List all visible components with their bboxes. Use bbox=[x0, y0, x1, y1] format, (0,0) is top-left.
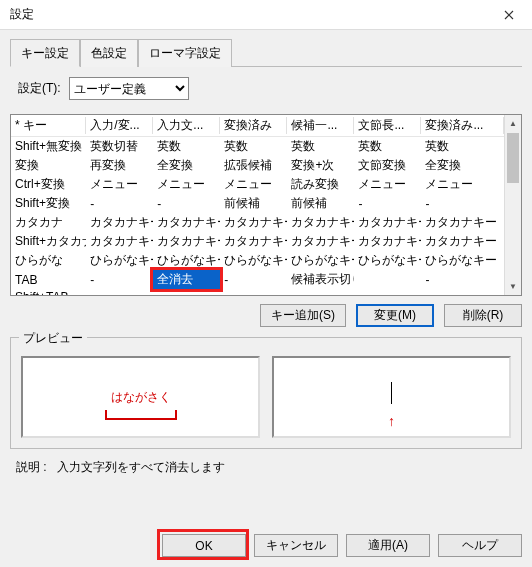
table-cell[interactable]: ひらがなキー bbox=[86, 251, 153, 270]
table-row[interactable]: Ctrl+変換メニューメニューメニュー読み変換メニューメニュー bbox=[11, 175, 504, 194]
dialog-content: キー設定 色設定 ローマ字設定 設定(T): ユーザー定義 * キー 入力/変.… bbox=[0, 30, 532, 567]
table-cell[interactable]: 英数 bbox=[153, 137, 220, 157]
table-cell[interactable]: 変換 bbox=[11, 156, 86, 175]
table-cell[interactable]: カタカナキー bbox=[220, 213, 287, 232]
col-converted2[interactable]: 変換済み... bbox=[421, 115, 504, 137]
table-cell[interactable]: カタカナキー bbox=[153, 232, 220, 251]
settings-select[interactable]: ユーザー定義 bbox=[69, 77, 189, 100]
table-cell[interactable]: 拡張候補 bbox=[220, 156, 287, 175]
table-cell[interactable]: カタカナキー bbox=[86, 213, 153, 232]
table-cell[interactable]: ひらがな bbox=[11, 251, 86, 270]
table-cell[interactable]: メニュー bbox=[354, 175, 421, 194]
key-table: * キー 入力/変... 入力文... 変換済み 候補一... 文節長... 変… bbox=[10, 114, 522, 296]
table-cell[interactable]: カタカナキー bbox=[421, 213, 504, 232]
table-cell[interactable]: 読み変換 bbox=[287, 175, 354, 194]
col-input-conv[interactable]: 入力/変... bbox=[86, 115, 153, 137]
ok-button[interactable]: OK bbox=[162, 534, 246, 557]
col-converted[interactable]: 変換済み bbox=[220, 115, 287, 137]
scroll-thumb[interactable] bbox=[507, 133, 519, 183]
help-button[interactable]: ヘルプ bbox=[438, 534, 522, 557]
table-cell[interactable]: TAB bbox=[11, 270, 86, 289]
table-cell[interactable]: Shift+変換 bbox=[11, 194, 86, 213]
table-cell[interactable]: 変換+次 bbox=[287, 156, 354, 175]
table-cell[interactable]: Ctrl+変換 bbox=[11, 175, 86, 194]
table-cell[interactable]: - bbox=[220, 289, 287, 295]
table-cell[interactable]: - bbox=[86, 289, 153, 295]
table-row[interactable]: Shift+無変換英数切替英数英数英数英数英数 bbox=[11, 137, 504, 157]
table-cell[interactable]: ひらがなキー bbox=[354, 251, 421, 270]
table-cell[interactable]: - bbox=[421, 270, 504, 289]
table-cell[interactable]: - bbox=[287, 289, 354, 295]
table-cell[interactable]: - bbox=[421, 289, 504, 295]
tab-key-settings[interactable]: キー設定 bbox=[10, 39, 80, 67]
table-cell[interactable]: 英数 bbox=[287, 137, 354, 157]
table-row[interactable]: ひらがなひらがなキーひらがなキーひらがなキーひらがなキーひらがなキーひらがなキー bbox=[11, 251, 504, 270]
table-cell[interactable]: ひらがなキー bbox=[153, 251, 220, 270]
table-cell[interactable]: - bbox=[153, 289, 220, 295]
table-cell[interactable]: カタカナキー bbox=[354, 213, 421, 232]
table-cell[interactable]: 前候補 bbox=[287, 194, 354, 213]
apply-button[interactable]: 適用(A) bbox=[346, 534, 430, 557]
table-row[interactable]: Shift+変換--前候補前候補-- bbox=[11, 194, 504, 213]
table-cell[interactable]: カタカナキー bbox=[86, 232, 153, 251]
table-cell[interactable]: - bbox=[220, 270, 287, 289]
scroll-down-icon[interactable]: ▼ bbox=[505, 278, 521, 295]
table-cell[interactable] bbox=[354, 270, 421, 289]
table-cell[interactable]: - bbox=[86, 194, 153, 213]
table-cell[interactable]: メニュー bbox=[86, 175, 153, 194]
close-button[interactable] bbox=[486, 0, 532, 30]
change-button[interactable]: 変更(M) bbox=[356, 304, 434, 327]
col-key[interactable]: * キー bbox=[11, 115, 86, 137]
table-cell[interactable]: 文節変換 bbox=[354, 156, 421, 175]
table-cell[interactable]: カタカナキー bbox=[421, 232, 504, 251]
table-cell[interactable]: 候補表示切り- bbox=[287, 270, 354, 289]
description-text: 入力文字列をすべて消去します bbox=[57, 460, 225, 474]
table-cell[interactable]: カタカナキー bbox=[287, 213, 354, 232]
tab-romaji-settings[interactable]: ローマ字設定 bbox=[138, 39, 232, 67]
table-row[interactable]: カタカナカタカナキーカタカナキーカタカナキーカタカナキーカタカナキーカタカナキー bbox=[11, 213, 504, 232]
table-cell[interactable]: メニュー bbox=[153, 175, 220, 194]
table-cell[interactable]: 全変換 bbox=[421, 156, 504, 175]
table-cell[interactable]: - bbox=[153, 194, 220, 213]
table-row[interactable]: Shift+カタカナカタカナキーカタカナキーカタカナキーカタカナキーカタカナキー… bbox=[11, 232, 504, 251]
cancel-button[interactable]: キャンセル bbox=[254, 534, 338, 557]
table-cell[interactable]: メニュー bbox=[421, 175, 504, 194]
table-cell[interactable]: 英数切替 bbox=[86, 137, 153, 157]
table-row[interactable]: 変換再変換全変換拡張候補変換+次文節変換全変換 bbox=[11, 156, 504, 175]
col-candidate[interactable]: 候補一... bbox=[287, 115, 354, 137]
table-cell[interactable]: カタカナキー bbox=[287, 232, 354, 251]
table-cell[interactable]: 前候補 bbox=[220, 194, 287, 213]
table-cell[interactable]: Shift+TAB bbox=[11, 289, 86, 295]
table-cell[interactable]: カタカナキー bbox=[354, 232, 421, 251]
delete-button[interactable]: 削除(R) bbox=[444, 304, 522, 327]
table-cell[interactable]: メニュー bbox=[220, 175, 287, 194]
arrow-up-icon: ↑ bbox=[388, 414, 395, 428]
table-scrollbar[interactable]: ▲ ▼ bbox=[504, 115, 521, 295]
table-cell[interactable]: 全変換 bbox=[153, 156, 220, 175]
table-cell[interactable]: Shift+無変換 bbox=[11, 137, 86, 157]
table-cell[interactable]: カタカナ bbox=[11, 213, 86, 232]
table-cell[interactable]: 全消去 bbox=[153, 270, 220, 289]
table-cell[interactable]: カタカナキー bbox=[153, 213, 220, 232]
table-cell[interactable]: - bbox=[421, 194, 504, 213]
table-row[interactable]: Shift+TAB------ bbox=[11, 289, 504, 295]
col-segment[interactable]: 文節長... bbox=[354, 115, 421, 137]
table-cell[interactable]: ひらがなキー bbox=[421, 251, 504, 270]
col-input-text[interactable]: 入力文... bbox=[153, 115, 220, 137]
table-row[interactable]: TAB-全消去-候補表示切り-- bbox=[11, 270, 504, 289]
table-cell[interactable]: カタカナキー bbox=[220, 232, 287, 251]
preview-pane-right: ↑ bbox=[272, 356, 511, 438]
table-cell[interactable]: 英数 bbox=[421, 137, 504, 157]
table-cell[interactable]: Shift+カタカナ bbox=[11, 232, 86, 251]
table-cell[interactable]: 再変換 bbox=[86, 156, 153, 175]
table-cell[interactable]: 英数 bbox=[220, 137, 287, 157]
add-key-button[interactable]: キー追加(S) bbox=[260, 304, 346, 327]
table-cell[interactable]: - bbox=[354, 289, 421, 295]
table-cell[interactable]: ひらがなキー bbox=[220, 251, 287, 270]
tab-color-settings[interactable]: 色設定 bbox=[80, 39, 138, 67]
table-cell[interactable]: ひらがなキー bbox=[287, 251, 354, 270]
table-cell[interactable]: 英数 bbox=[354, 137, 421, 157]
table-cell[interactable]: - bbox=[354, 194, 421, 213]
table-cell[interactable]: - bbox=[86, 270, 153, 289]
scroll-up-icon[interactable]: ▲ bbox=[505, 115, 521, 132]
